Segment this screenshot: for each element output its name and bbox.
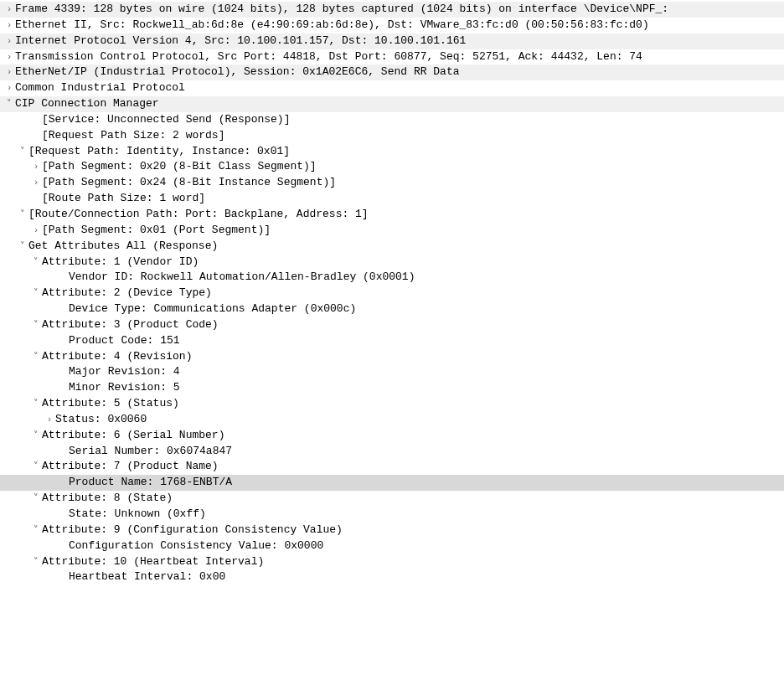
tree-row[interactable]: [Request Path Size: 2 words]	[0, 128, 784, 144]
tree-row-label: Product Name: 1768-ENBT/A	[69, 475, 781, 491]
collapse-icon[interactable]: ˅	[30, 523, 42, 538]
tree-row[interactable]: ˅Get Attributes All (Response)	[0, 239, 784, 255]
tree-row[interactable]: ˅Attribute: 10 (Heartbeat Interval)	[0, 554, 784, 570]
tree-row[interactable]: ›Frame 4339: 128 bytes on wire (1024 bit…	[0, 2, 784, 18]
expand-icon[interactable]: ›	[3, 64, 15, 80]
tree-row-label: Attribute: 5 (Status)	[42, 396, 781, 412]
tree-row-label: Attribute: 9 (Configuration Consistency …	[42, 523, 781, 538]
tree-row[interactable]: ›Common Industrial Protocol	[0, 80, 784, 96]
collapse-icon[interactable]: ˅	[17, 239, 28, 255]
collapse-icon[interactable]: ˅	[30, 286, 42, 301]
tree-row-label: Attribute: 3 (Product Code)	[42, 317, 781, 333]
tree-row-label: Major Revision: 4	[69, 364, 781, 380]
tree-row-label: Frame 4339: 128 bytes on wire (1024 bits…	[15, 2, 781, 18]
tree-row[interactable]: ˅[Route/Connection Path: Port: Backplane…	[0, 207, 784, 223]
tree-row-label: CIP Connection Manager	[15, 96, 781, 112]
tree-row-label: Product Code: 151	[69, 333, 781, 349]
tree-row[interactable]: State: Unknown (0xff)	[0, 507, 784, 523]
tree-row-label: Attribute: 1 (Vendor ID)	[42, 255, 781, 270]
expand-icon[interactable]: ›	[3, 18, 15, 33]
expand-icon[interactable]: ›	[3, 33, 15, 49]
tree-row-label: Common Industrial Protocol	[15, 80, 781, 96]
expand-icon[interactable]: ›	[30, 159, 42, 175]
tree-row[interactable]: ›Ethernet II, Src: Rockwell_ab:6d:8e (e4…	[0, 18, 784, 33]
collapse-icon[interactable]: ˅	[30, 349, 42, 365]
tree-row[interactable]: [Service: Unconnected Send (Response)]	[0, 112, 784, 128]
tree-row[interactable]: ˅Attribute: 6 (Serial Number)	[0, 428, 784, 444]
tree-row-label: [Service: Unconnected Send (Response)]	[42, 112, 781, 128]
tree-row-label: Attribute: 6 (Serial Number)	[42, 428, 781, 444]
tree-row-label: Attribute: 4 (Revision)	[42, 349, 781, 365]
tree-row-label: [Path Segment: 0x24 (8-Bit Instance Segm…	[42, 175, 781, 191]
tree-row-label: State: Unknown (0xff)	[69, 507, 781, 523]
expand-icon[interactable]: ›	[3, 80, 15, 96]
tree-row[interactable]: Configuration Consistency Value: 0x0000	[0, 538, 784, 554]
tree-row-label: Attribute: 8 (State)	[42, 491, 781, 507]
tree-row-label: [Path Segment: 0x01 (Port Segment)]	[42, 223, 781, 239]
collapse-icon[interactable]: ˅	[30, 255, 42, 270]
tree-row[interactable]: ›Status: 0x0060	[0, 412, 784, 428]
tree-row-label: Ethernet II, Src: Rockwell_ab:6d:8e (e4:…	[15, 18, 781, 33]
expand-icon[interactable]: ›	[3, 2, 15, 18]
tree-row[interactable]: ›Transmission Control Protocol, Src Port…	[0, 49, 784, 65]
tree-row[interactable]: Serial Number: 0x6074a847	[0, 444, 784, 460]
collapse-icon[interactable]: ˅	[30, 554, 42, 570]
tree-row-label: Get Attributes All (Response)	[28, 239, 781, 255]
tree-row[interactable]: ›EtherNet/IP (Industrial Protocol), Sess…	[0, 64, 784, 80]
collapse-icon[interactable]: ˅	[30, 396, 42, 412]
tree-row[interactable]: Product Code: 151	[0, 333, 784, 349]
tree-row[interactable]: Heartbeat Interval: 0x00	[0, 569, 784, 585]
tree-row[interactable]: ˅Attribute: 7 (Product Name)	[0, 459, 784, 475]
tree-row[interactable]: ›[Path Segment: 0x24 (8-Bit Instance Seg…	[0, 175, 784, 191]
tree-row-label: Serial Number: 0x6074a847	[69, 444, 781, 460]
tree-row[interactable]: Product Name: 1768-ENBT/A	[0, 475, 784, 491]
tree-row-label: Attribute: 7 (Product Name)	[42, 459, 781, 475]
tree-row-label: EtherNet/IP (Industrial Protocol), Sessi…	[15, 64, 781, 80]
expand-icon[interactable]: ›	[44, 412, 55, 428]
tree-row[interactable]: [Route Path Size: 1 word]	[0, 191, 784, 207]
tree-row-label: Status: 0x0060	[55, 412, 781, 428]
tree-row[interactable]: ˅Attribute: 8 (State)	[0, 491, 784, 507]
tree-row-label: [Route/Connection Path: Port: Backplane,…	[28, 207, 781, 223]
tree-row-label: Attribute: 2 (Device Type)	[42, 286, 781, 301]
collapse-icon[interactable]: ˅	[17, 144, 28, 160]
tree-row[interactable]: ›[Path Segment: 0x20 (8-Bit Class Segmen…	[0, 159, 784, 175]
collapse-icon[interactable]: ˅	[3, 96, 15, 112]
tree-row-label: Transmission Control Protocol, Src Port:…	[15, 49, 781, 65]
tree-row[interactable]: Vendor ID: Rockwell Automation/Allen-Bra…	[0, 270, 784, 286]
tree-row[interactable]: ˅Attribute: 2 (Device Type)	[0, 286, 784, 301]
tree-row[interactable]: ˅Attribute: 4 (Revision)	[0, 349, 784, 365]
tree-row-label: [Request Path Size: 2 words]	[42, 128, 781, 144]
expand-icon[interactable]: ›	[3, 49, 15, 65]
tree-row[interactable]: Minor Revision: 5	[0, 380, 784, 396]
tree-row[interactable]: ˅Attribute: 3 (Product Code)	[0, 317, 784, 333]
packet-details-tree[interactable]: ›Frame 4339: 128 bytes on wire (1024 bit…	[0, 2, 784, 585]
collapse-icon[interactable]: ˅	[17, 207, 28, 223]
tree-row[interactable]: ˅Attribute: 9 (Configuration Consistency…	[0, 523, 784, 538]
tree-row-label: Minor Revision: 5	[69, 380, 781, 396]
tree-row-label: [Route Path Size: 1 word]	[42, 191, 781, 207]
tree-row-label: [Path Segment: 0x20 (8-Bit Class Segment…	[42, 159, 781, 175]
collapse-icon[interactable]: ˅	[30, 459, 42, 475]
collapse-icon[interactable]: ˅	[30, 428, 42, 444]
collapse-icon[interactable]: ˅	[30, 491, 42, 507]
tree-row-label: [Request Path: Identity, Instance: 0x01]	[28, 144, 781, 160]
tree-row[interactable]: Major Revision: 4	[0, 364, 784, 380]
tree-row-label: Device Type: Communications Adapter (0x0…	[69, 301, 781, 317]
expand-icon[interactable]: ›	[30, 223, 42, 239]
tree-row[interactable]: ˅Attribute: 5 (Status)	[0, 396, 784, 412]
tree-row-label: Vendor ID: Rockwell Automation/Allen-Bra…	[69, 270, 781, 286]
tree-row-label: Heartbeat Interval: 0x00	[69, 569, 781, 585]
tree-row[interactable]: ›[Path Segment: 0x01 (Port Segment)]	[0, 223, 784, 239]
tree-row[interactable]: ˅Attribute: 1 (Vendor ID)	[0, 255, 784, 270]
tree-row[interactable]: ›Internet Protocol Version 4, Src: 10.10…	[0, 33, 784, 49]
tree-row[interactable]: ˅[Request Path: Identity, Instance: 0x01…	[0, 144, 784, 160]
tree-row[interactable]: ˅CIP Connection Manager	[0, 96, 784, 112]
expand-icon[interactable]: ›	[30, 175, 42, 191]
tree-row-label: Configuration Consistency Value: 0x0000	[69, 538, 781, 554]
tree-row-label: Attribute: 10 (Heartbeat Interval)	[42, 554, 781, 570]
tree-row-label: Internet Protocol Version 4, Src: 10.100…	[15, 33, 781, 49]
tree-row[interactable]: Device Type: Communications Adapter (0x0…	[0, 301, 784, 317]
collapse-icon[interactable]: ˅	[30, 317, 42, 333]
